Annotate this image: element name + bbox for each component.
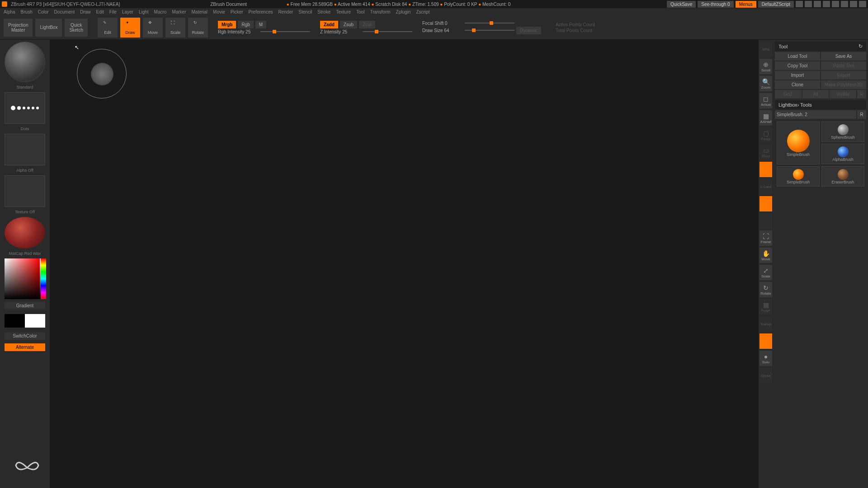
spix-button[interactable]: SPix xyxy=(760,42,772,57)
canvas[interactable]: ↖ xyxy=(50,40,759,488)
menu-draw[interactable]: Draw xyxy=(80,9,90,14)
menu-stroke[interactable]: Stroke xyxy=(317,9,330,14)
close-icon[interactable] xyxy=(859,1,866,7)
menu-tool[interactable]: Tool xyxy=(356,9,364,14)
nav-move-button[interactable]: ✋Move xyxy=(760,248,772,263)
lightbox-tools-header[interactable]: Lightbox› Tools xyxy=(775,100,866,109)
menu-render[interactable]: Render xyxy=(278,9,293,14)
color-picker[interactable] xyxy=(5,258,45,299)
menu-edit[interactable]: Edit xyxy=(96,9,104,14)
menu-file[interactable]: File xyxy=(109,9,117,14)
polyf-button[interactable]: ▦PolyF xyxy=(760,299,772,314)
switchcolor-button[interactable]: SwitchColor xyxy=(5,332,45,340)
nav-rotate-button[interactable]: ↻Rotate xyxy=(760,282,772,297)
hue-strip[interactable] xyxy=(41,258,46,299)
make-polymesh-button[interactable]: Make PolyMesh3D xyxy=(821,80,866,89)
layout-icon-5[interactable] xyxy=(832,1,839,7)
swatch-white[interactable] xyxy=(25,314,45,328)
all-button[interactable]: All xyxy=(802,90,829,99)
minimize-icon[interactable] xyxy=(841,1,848,7)
aahalf-button[interactable]: ▦AAHalf xyxy=(760,110,772,126)
menu-alpha[interactable]: Alpha xyxy=(4,9,15,14)
menu-macro[interactable]: Macro xyxy=(154,9,167,14)
zadd-button[interactable]: Zadd xyxy=(320,21,338,28)
copy-tool-button[interactable]: Copy Tool xyxy=(775,61,820,70)
zcut-button[interactable]: Zcut xyxy=(359,21,375,28)
layout-icon-2[interactable] xyxy=(805,1,812,7)
import-button[interactable]: Import xyxy=(775,71,820,80)
actual-button[interactable]: ◻Actual xyxy=(760,93,772,108)
material-preview[interactable] xyxy=(5,217,45,249)
menu-zplugin[interactable]: Zplugin xyxy=(396,9,411,14)
rgb-intensity-label[interactable]: Rgb Intensity 25 xyxy=(218,29,259,34)
nav-scale-button[interactable]: ⤢Scale xyxy=(760,265,772,280)
default-zscript[interactable]: DefaultZScript xyxy=(758,1,794,8)
focal-shift-label[interactable]: Focal Shift 0 xyxy=(422,21,463,26)
seethrough-slider[interactable]: See-through 0 xyxy=(698,1,733,8)
tool-thumb-simplebrush-main[interactable]: SimpleBrush xyxy=(777,122,820,164)
visible-button[interactable]: Visible xyxy=(830,90,856,99)
z-intensity-label[interactable]: Z Intensity 25 xyxy=(320,29,361,34)
rgb-intensity-slider[interactable] xyxy=(260,31,310,32)
transp-button[interactable]: Transp xyxy=(760,316,772,332)
maximize-icon[interactable] xyxy=(850,1,857,7)
layout-icon-3[interactable] xyxy=(814,1,821,7)
edit-mode-button[interactable]: ✎Edit xyxy=(98,18,118,38)
stroke-preview[interactable] xyxy=(5,92,45,124)
menu-stencil[interactable]: Stencil xyxy=(298,9,312,14)
local-button[interactable] xyxy=(760,162,772,177)
zoom-button[interactable]: 🔍Zoom xyxy=(760,76,772,91)
export-button[interactable]: Export xyxy=(821,71,866,80)
menu-zscript[interactable]: Zscript xyxy=(416,9,429,14)
clone-button[interactable]: Clone xyxy=(775,80,820,89)
alternate-button[interactable]: Alternate xyxy=(5,343,45,351)
menu-light[interactable]: Light xyxy=(139,9,149,14)
quicksketch-button[interactable]: Quick Sketch xyxy=(65,19,88,37)
scroll-button[interactable]: ⊕Scroll xyxy=(760,59,772,74)
unknown-orange-button[interactable] xyxy=(760,196,772,211)
tool-panel-header[interactable]: Tool ↻ xyxy=(775,42,866,51)
projection-master-button[interactable]: Projection Master xyxy=(4,19,33,37)
save-as-button[interactable]: Save As xyxy=(821,52,866,61)
lightbox-button[interactable]: LightBox xyxy=(35,19,62,37)
menu-preferences[interactable]: Preferences xyxy=(249,9,273,14)
m-button[interactable]: M xyxy=(255,21,266,28)
dynamic-button[interactable]: Dynamic xyxy=(516,27,541,34)
scale-mode-button[interactable]: ⛶Scale xyxy=(165,18,185,38)
r-button[interactable]: R xyxy=(857,90,866,99)
solo-button[interactable]: ●Solo xyxy=(760,351,772,366)
persp-button[interactable]: ▢Persp xyxy=(760,127,772,143)
load-tool-button[interactable]: Load Tool xyxy=(775,52,820,61)
lcam-button[interactable]: L.Cam xyxy=(760,179,772,194)
layout-icon-4[interactable] xyxy=(823,1,830,7)
floor-button[interactable]: ▭Floor xyxy=(760,145,772,160)
alpha-preview[interactable] xyxy=(5,134,45,165)
menu-texture[interactable]: Texture xyxy=(336,9,351,14)
rotate-mode-button[interactable]: ↻Rotate xyxy=(188,18,208,38)
refresh-icon[interactable]: ↻ xyxy=(859,43,863,49)
draw-size-slider[interactable] xyxy=(465,30,514,31)
ghost-button[interactable] xyxy=(760,333,772,349)
paste-tool-button[interactable]: Paste Tool xyxy=(821,61,866,70)
quicksave-button[interactable]: QuickSave xyxy=(667,1,696,8)
texture-preview[interactable] xyxy=(5,175,45,207)
brush-preview[interactable] xyxy=(5,42,45,82)
layout-icon-1[interactable] xyxy=(796,1,803,7)
tool-thumb-spherebrush[interactable]: SphereBrush xyxy=(821,122,864,142)
draw-size-label[interactable]: Draw Size 64 xyxy=(422,28,463,33)
menu-material[interactable]: Material xyxy=(192,9,208,14)
zsub-button[interactable]: Zsub xyxy=(340,21,357,28)
draw-mode-button[interactable]: ✦Draw xyxy=(120,18,140,38)
tool-thumb-eraserbrush[interactable]: EraserBrush xyxy=(821,166,864,187)
mrgb-button[interactable]: Mrgb xyxy=(218,21,236,28)
tool-thumb-alphabrush[interactable]: AlphaBrush xyxy=(821,144,864,164)
goz-button[interactable]: GoZ xyxy=(775,90,802,99)
swatch-black[interactable] xyxy=(5,314,25,328)
rgb-button[interactable]: Rgb xyxy=(238,21,253,28)
menu-marker[interactable]: Marker xyxy=(172,9,186,14)
gradient-button[interactable]: Gradient xyxy=(5,302,45,310)
z-intensity-slider[interactable] xyxy=(363,31,412,32)
menu-transform[interactable]: Transform xyxy=(370,9,390,14)
menu-document[interactable]: Document xyxy=(54,9,75,14)
frame-button[interactable]: ⛶Frame xyxy=(760,230,772,246)
